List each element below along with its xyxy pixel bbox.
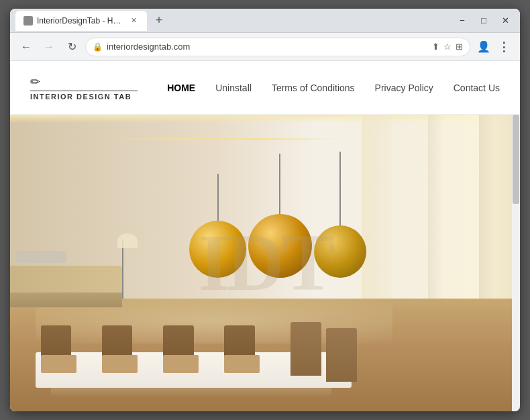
scrollbar-thumb[interactable] [513,115,519,204]
star-icon[interactable]: ☆ [443,42,452,52]
extensions-icon[interactable]: ⊞ [456,42,463,52]
site-navigation: HOME Uninstall Terms of Conditions Priva… [167,83,500,93]
pendant-1-wire [217,174,219,221]
share-icon[interactable]: ⬆ [432,42,439,52]
tab-close-button[interactable]: ✕ [128,15,139,26]
pendant-3-wire [339,152,341,225]
nav-privacy[interactable]: Privacy Policy [375,83,433,93]
chair-seat-cr [163,355,199,373]
account-button[interactable]: 👤 [474,38,493,56]
pendant-2-globe [248,214,312,278]
lock-icon: 🔒 [93,42,103,52]
new-tab-button[interactable]: + [150,11,168,30]
window-controls: − □ ✕ [453,11,515,30]
refresh-button[interactable]: ↻ [62,38,81,56]
pendants-group [189,115,367,278]
close-button[interactable]: ✕ [496,11,515,30]
title-bar: InteriorDesignTab - HOME ✕ + − □ ✕ [10,9,520,33]
tab-title: InteriorDesignTab - HOME [37,16,124,25]
url-bar[interactable]: 🔒 interiordesigntab.com ⬆ ☆ ⊞ [85,38,470,56]
browser-window: InteriorDesignTab - HOME ✕ + − □ ✕ ← → ↻… [10,9,520,411]
nav-home[interactable]: HOME [167,83,195,93]
toolbar-icons: 👤 ⋮ [474,38,513,56]
floor-lamp-shade [117,233,138,248]
scrollbar[interactable] [512,115,520,411]
logo-icon: ✏ [30,74,40,89]
pendant-3 [314,152,366,278]
hero-area: IDT [10,115,520,411]
maximize-button[interactable]: □ [474,11,493,30]
page-content: ✏ INTERIOR DESIGN TAB HOME Uninstall Ter… [10,61,520,411]
pendant-2 [248,154,312,278]
minimize-button[interactable]: − [453,11,472,30]
forward-button[interactable]: → [40,38,58,56]
nav-uninstall[interactable]: Uninstall [215,83,252,93]
pendant-1 [189,174,246,278]
chair-seat-right [224,355,260,373]
active-tab[interactable]: InteriorDesignTab - HOME ✕ [15,11,147,31]
table-reflection [51,388,331,397]
url-action-icons: ⬆ ☆ ⊞ [432,42,463,52]
tab-strip: InteriorDesignTab - HOME ✕ + [15,11,449,31]
pendant-3-globe [314,225,366,278]
site-header: ✏ INTERIOR DESIGN TAB HOME Uninstall Ter… [10,61,520,115]
back-button[interactable]: ← [17,38,36,56]
logo-divider [30,91,138,91]
nav-terms[interactable]: Terms of Conditions [272,83,355,93]
pendant-2-wire [279,154,280,214]
menu-button[interactable]: ⋮ [494,38,513,56]
sofa-base [10,293,122,307]
logo-text: INTERIOR DESIGN TAB [30,93,131,101]
ac-unit [15,251,66,263]
floor-lamp-pole [122,240,123,299]
logo-area: ✏ INTERIOR DESIGN TAB [30,74,138,101]
chair-seat-cl [102,355,138,373]
chair-right-2 [326,328,357,382]
address-bar: ← → ↻ 🔒 interiordesigntab.com ⬆ ☆ ⊞ 👤 ⋮ [10,33,520,61]
tab-favicon [23,16,33,25]
pendant-1-globe [189,221,246,278]
url-text: interiordesigntab.com [107,42,428,52]
chair-right-1 [290,322,321,376]
chair-seat-left [41,355,76,373]
room-scene: IDT [10,115,520,411]
nav-contact[interactable]: Contact Us [454,83,500,93]
